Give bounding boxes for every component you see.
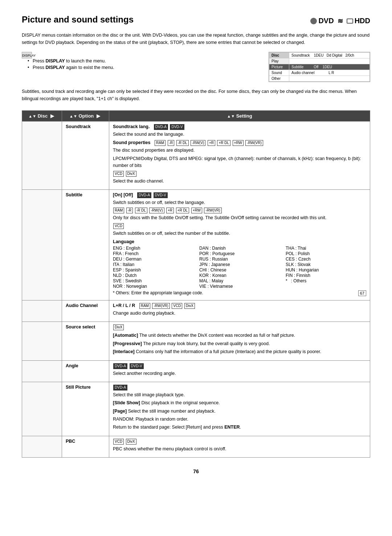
disc-cell-angle xyxy=(22,360,62,382)
menu-cell-play: Play xyxy=(269,58,289,64)
lang-esp: ESP : Spanish xyxy=(113,267,193,273)
setting-source-select: DivX [Automatic] The unit detects whethe… xyxy=(113,324,366,355)
lang-nor: NOR : Norwegian xyxy=(113,284,193,289)
badge-dvd-v-1: DVD-V xyxy=(170,124,184,130)
menu-cell-play-content xyxy=(289,58,370,64)
setting-cell-subtitle: [On] [Off] DVD-A DVD-V Switch subtitles … xyxy=(109,189,370,300)
text-interlace: [Interlace] Contains only half the infor… xyxy=(113,348,366,355)
lang-fin: FIN : Finnish xyxy=(286,273,366,278)
setting-audio-channel: L+R / L / R RAM -RW(VR) VCD DivX Change … xyxy=(113,303,366,317)
text-pbc: PBC shows whether the menu playback cont… xyxy=(113,446,366,453)
badge-dvd-a-still: DVD-A xyxy=(113,385,127,390)
display-icon: DISPLAY xyxy=(22,52,32,58)
option-cell-pbc: PBC xyxy=(62,436,109,457)
format-badges: DVD ≋ HDD xyxy=(310,17,370,25)
badge-dvd-a-1: DVD-A xyxy=(154,124,168,130)
setting-soundtrack-lang: Soundtrack lang. DVD-A DVD-V Select the … xyxy=(113,124,366,138)
header-disc: ▲▼ Disc ▶ xyxy=(22,111,62,122)
disc-cell-still xyxy=(22,382,62,436)
text-sound-props-2: LPCM/PPCM/Dolby Digital, DTS and MPEG: s… xyxy=(113,155,366,169)
sublabel-audio-channel: L+R / L / R xyxy=(113,303,135,308)
badge-pr-sub: +R xyxy=(166,208,174,213)
setting-cell-angle: DVD-A DVD-V Select another recording ang… xyxy=(109,360,370,382)
lang-mal: MAL : Malay xyxy=(199,278,280,283)
lang-ces: CES : Czech xyxy=(286,257,366,262)
page-ref-box: 67 xyxy=(358,290,366,296)
lang-sve: SVE : Swedish xyxy=(113,278,193,283)
lang-por: POR : Portuguese xyxy=(199,251,280,256)
badge-rwv-sub: -RW(V) xyxy=(149,208,164,213)
lang-jpn: JPN : Japanese xyxy=(199,262,280,267)
hdd-label: HDD xyxy=(355,17,370,25)
instruction-item-2: Press DISPLAY again to exist the menu. xyxy=(33,65,261,70)
sound-props-badges2: VCD DivX xyxy=(113,171,366,177)
lang-empty xyxy=(286,284,366,289)
badge-divx-ss: DivX xyxy=(113,324,124,330)
option-label-angle: Angle xyxy=(66,363,78,368)
badge-divx-ac: DivX xyxy=(184,303,195,309)
setting-cell-soundtrack: Soundtrack lang. DVD-A DVD-V Select the … xyxy=(109,122,370,190)
option-label-pbc: PBC xyxy=(66,439,75,444)
disc-cell-soundtrack xyxy=(22,122,62,190)
badge-dvd-v-sub: DVD-V xyxy=(154,192,168,198)
page-title: Picture and sound settings xyxy=(22,15,134,25)
disc-cell-source xyxy=(22,322,62,360)
option-label-subtitle: Subtitle xyxy=(66,192,82,197)
badge-dvd-a-angle: DVD-A xyxy=(113,363,127,369)
hdd-icon xyxy=(347,19,353,24)
badge-rwvr-1: -RW(VR) xyxy=(245,140,263,146)
setting-still-picture: DVD-A Select the still image playback ty… xyxy=(113,385,366,431)
subtitle-note: Subtitles, sound track and recording ang… xyxy=(22,88,370,102)
menu-cell-picture: Picture xyxy=(269,64,289,70)
text-page: [Page] Select the still image number and… xyxy=(113,408,366,415)
table-row-audio-channel: Audio Channel L+R / L / R RAM -RW(VR) VC… xyxy=(22,300,370,322)
setting-cell-pbc: VCD DivX PBC shows whether the menu play… xyxy=(109,436,370,457)
badge-ram-ac: RAM xyxy=(139,303,150,309)
page-footer: 76 xyxy=(22,469,370,474)
instruction-list: Press DISPLAY to launch the menu. Press … xyxy=(22,58,261,70)
badge-dvd-a-sub: DVD-A xyxy=(137,192,151,198)
sublabel-soundtrack-lang: Soundtrack lang. xyxy=(113,124,150,129)
lang-deu: DEU : German xyxy=(113,257,193,262)
text-subtitle-onoff-2: Only for discs with the Subtitle On/Off … xyxy=(113,214,366,221)
language-table: ENG : EnglishDAN : DanishTHA : Thai FRA … xyxy=(113,246,366,289)
menu-cell-sound-content: Audio channel L R xyxy=(289,70,370,76)
badge-rwv-1: -RW(V) xyxy=(191,140,205,146)
badge-vcd-sp: VCD xyxy=(113,171,124,177)
display-instructions: DISPLAY Press DISPLAY to launch the menu… xyxy=(22,52,261,82)
table-row-pbc: PBC VCD DivX PBC shows whether the menu … xyxy=(22,436,370,457)
setting-cell-still: DVD-A Select the still image playback ty… xyxy=(109,382,370,436)
dvd-circle-icon xyxy=(310,18,317,24)
header-option: ▲▼ Option ▶ xyxy=(62,111,109,122)
menu-cell-sound: Sound xyxy=(269,70,289,76)
setting-cell-source: DivX [Automatic] The unit detects whethe… xyxy=(109,322,370,360)
badge-dvd-v-angle: DVD-V xyxy=(130,363,144,369)
menu-row-disc: Disc Soundtrack 1DEU Dd Digital 2/0ch xyxy=(269,53,370,58)
lang-tha: THA : Thai xyxy=(286,246,366,251)
intro-paragraph: DISPLAY menus contain information on the… xyxy=(22,32,370,46)
badge-divx-sp: DivX xyxy=(126,171,136,177)
sublabel-language: Language xyxy=(113,239,134,244)
text-sound-props-3: Select the audio channel. xyxy=(113,178,366,185)
option-label-source: Source select xyxy=(66,324,95,330)
lang-eng: ENG : English xyxy=(113,246,193,251)
menu-row-play: Play xyxy=(269,58,370,64)
lang-chi: CHI : Chinese xyxy=(199,267,280,273)
sublabel-sound-props: Sound properties xyxy=(113,140,150,145)
page-header: Picture and sound settings DVD ≋ HDD xyxy=(22,15,370,25)
badge-prdl-sub: +R DL xyxy=(176,208,189,213)
option-cell-source: Source select xyxy=(62,322,109,360)
menu-preview-table: Disc Soundtrack 1DEU Dd Digital 2/0ch Pl… xyxy=(269,52,370,82)
badge-ram-sub: RAM xyxy=(113,208,124,213)
lang-kor: KOR : Korean xyxy=(199,273,280,278)
menu-cell-disc-content: Soundtrack 1DEU Dd Digital 2/0ch xyxy=(289,53,370,58)
badge-r-sub: -R xyxy=(126,208,133,213)
option-cell-angle: Angle xyxy=(62,360,109,382)
setting-cell-audio: L+R / L / R RAM -RW(VR) VCD DivX Change … xyxy=(109,300,370,322)
badge-vcd-ac: VCD xyxy=(172,303,182,309)
menu-preview: Disc Soundtrack 1DEU Dd Digital 2/0ch Pl… xyxy=(269,52,370,82)
text-angle: Select another recording angle. xyxy=(113,370,366,377)
text-still-1: Select the still image playback type. xyxy=(113,392,366,398)
option-cell-soundtrack: Soundtrack xyxy=(62,122,109,190)
badge-pr-1: +R xyxy=(208,140,215,146)
